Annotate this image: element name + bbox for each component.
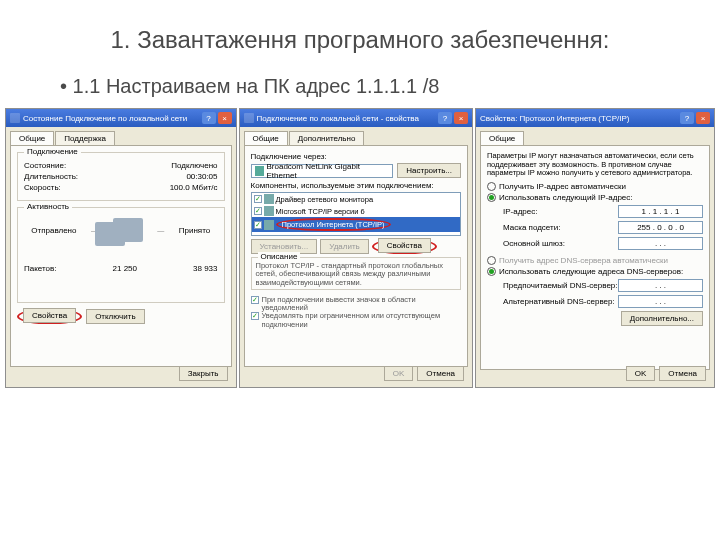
disable-button[interactable]: Отключить bbox=[86, 309, 144, 324]
item-properties-button[interactable]: Свойства bbox=[378, 238, 431, 253]
ok-button[interactable]: OK bbox=[384, 366, 414, 381]
received-label: Принято bbox=[179, 226, 210, 235]
dialog-status: Состояние Подключение по локальной сети … bbox=[5, 108, 237, 388]
packets-label: Пакетов: bbox=[24, 264, 56, 273]
titlebar[interactable]: Свойства: Протокол Интернета (TCP/IP) ? … bbox=[476, 109, 714, 127]
status-label: Состояние: bbox=[24, 161, 66, 170]
protocol-icon bbox=[264, 206, 274, 216]
ip-label: IP-адрес: bbox=[503, 207, 618, 216]
gateway-input[interactable]: . . . bbox=[618, 237, 703, 250]
list-item-selected[interactable]: ✓Протокол Интернета (TCP/IP) bbox=[252, 217, 460, 232]
protocol-icon bbox=[264, 194, 274, 204]
remove-button[interactable]: Удалить bbox=[320, 239, 369, 254]
slide-bullet: 1.1 Настраиваем на ПК адрес 1.1.1.1 /8 bbox=[60, 75, 680, 98]
radio-auto-ip-label: Получить IP-адрес автоматически bbox=[499, 182, 626, 191]
desc-title: Описание bbox=[258, 252, 301, 261]
components-list[interactable]: ✓Драйвер сетевого монитора ✓Microsoft TC… bbox=[251, 192, 461, 236]
close-icon[interactable]: × bbox=[218, 112, 232, 124]
help-icon[interactable]: ? bbox=[202, 112, 216, 124]
radio-auto-ip[interactable] bbox=[487, 182, 496, 191]
dns1-label: Предпочитаемый DNS-сервер: bbox=[503, 281, 618, 290]
tab-support[interactable]: Поддержка bbox=[55, 131, 115, 145]
checkbox-icon[interactable]: ✓ bbox=[254, 207, 262, 215]
sent-label: Отправлено bbox=[31, 226, 76, 235]
titlebar[interactable]: Состояние Подключение по локальной сети … bbox=[6, 109, 236, 127]
list-item[interactable]: ✓Microsoft TCP/IP версии 6 bbox=[252, 205, 460, 217]
speed-label: Скорость: bbox=[24, 183, 61, 192]
dns2-input[interactable]: . . . bbox=[618, 295, 703, 308]
mask-label: Маска подсети: bbox=[503, 223, 618, 232]
duration-value: 00:30:05 bbox=[186, 172, 217, 181]
recv-count: 38 933 bbox=[193, 264, 217, 273]
radio-manual-ip-label: Использовать следующий IP-адрес: bbox=[499, 193, 633, 202]
ip-input[interactable]: 1 . 1 . 1 . 1 bbox=[618, 205, 703, 218]
tab-general[interactable]: Общие bbox=[244, 131, 288, 145]
radio-manual-dns[interactable] bbox=[487, 267, 496, 276]
group-activity: Активность bbox=[24, 202, 72, 211]
close-icon[interactable]: × bbox=[696, 112, 710, 124]
dns1-input[interactable]: . . . bbox=[618, 279, 703, 292]
radio-manual-dns-label: Использовать следующие адреса DNS-сервер… bbox=[499, 267, 683, 276]
item-label: Протокол Интернета (TCP/IP) bbox=[282, 220, 385, 229]
item-label: Microsoft TCP/IP версии 6 bbox=[276, 207, 365, 216]
cancel-button[interactable]: Отмена bbox=[417, 366, 464, 381]
tab-general[interactable]: Общие bbox=[10, 131, 54, 145]
tab-extra[interactable]: Дополнительно bbox=[289, 131, 365, 145]
connection-icon bbox=[10, 113, 20, 123]
status-value: Подключено bbox=[171, 161, 217, 170]
radio-manual-ip[interactable] bbox=[487, 193, 496, 202]
advanced-button[interactable]: Дополнительно... bbox=[621, 311, 703, 326]
cancel-button[interactable]: Отмена bbox=[659, 366, 706, 381]
intro-text: Параметры IP могут назначаться автоматич… bbox=[487, 152, 703, 178]
configure-button[interactable]: Настроить... bbox=[397, 163, 461, 178]
connection-icon bbox=[244, 113, 254, 123]
title-text: Состояние Подключение по локальной сети bbox=[23, 114, 187, 123]
connect-using-label: Подключение через: bbox=[251, 152, 461, 161]
highlight-circle: Свойства bbox=[372, 239, 437, 254]
radio-auto-dns bbox=[487, 256, 496, 265]
tab-general[interactable]: Общие bbox=[480, 131, 524, 145]
group-connection: Подключение bbox=[24, 147, 81, 156]
ok-button[interactable]: OK bbox=[626, 366, 656, 381]
highlight-circle: Свойства bbox=[17, 309, 82, 324]
nic-icon bbox=[255, 166, 265, 176]
highlight-circle: Протокол Интернета (TCP/IP) bbox=[276, 218, 391, 231]
help-icon[interactable]: ? bbox=[438, 112, 452, 124]
titlebar[interactable]: Подключение по локальной сети - свойства… bbox=[240, 109, 472, 127]
gateway-label: Основной шлюз: bbox=[503, 239, 618, 248]
title-text: Свойства: Протокол Интернета (TCP/IP) bbox=[480, 114, 629, 123]
duration-label: Длительность: bbox=[24, 172, 78, 181]
mask-input[interactable]: 255 . 0 . 0 . 0 bbox=[618, 221, 703, 234]
speed-value: 100.0 Мбит/с bbox=[170, 183, 218, 192]
close-button[interactable]: Закрыть bbox=[179, 366, 228, 381]
dialog-tcpip: Свойства: Протокол Интернета (TCP/IP) ? … bbox=[475, 108, 715, 388]
desc-text: Протокол TCP/IP - стандартный протокол г… bbox=[256, 262, 456, 287]
sent-count: 21 250 bbox=[113, 264, 137, 273]
checkbox-icon[interactable]: ✓ bbox=[254, 195, 262, 203]
dash-icon: — bbox=[157, 227, 164, 234]
checkbox-icon[interactable]: ✓ bbox=[251, 296, 259, 304]
notify-checkbox-label: Уведомлять при ограниченном или отсутств… bbox=[262, 312, 461, 329]
show-icon-checkbox-label: При подключении вывести значок в области… bbox=[262, 296, 461, 313]
adapter-name: Broadcom NetLink Gigabit Ethernet bbox=[267, 162, 390, 180]
checkbox-icon[interactable]: ✓ bbox=[251, 312, 259, 320]
computers-icon bbox=[113, 218, 143, 242]
list-item[interactable]: ✓Драйвер сетевого монитора bbox=[252, 193, 460, 205]
radio-auto-dns-label: Получить адрес DNS-сервера автоматически bbox=[499, 256, 668, 265]
close-icon[interactable]: × bbox=[454, 112, 468, 124]
slide-title: 1. Завантаження програмного забезпечення… bbox=[40, 24, 680, 55]
help-icon[interactable]: ? bbox=[680, 112, 694, 124]
checkbox-icon[interactable]: ✓ bbox=[254, 221, 262, 229]
properties-button[interactable]: Свойства bbox=[23, 308, 76, 323]
dialog-properties: Подключение по локальной сети - свойства… bbox=[239, 108, 473, 388]
adapter-combo[interactable]: Broadcom NetLink Gigabit Ethernet bbox=[251, 164, 394, 178]
item-label: Драйвер сетевого монитора bbox=[276, 195, 374, 204]
title-text: Подключение по локальной сети - свойства bbox=[257, 114, 419, 123]
protocol-icon bbox=[264, 220, 274, 230]
dns2-label: Альтернативный DNS-сервер: bbox=[503, 297, 618, 306]
components-label: Компоненты, используемые этим подключени… bbox=[251, 181, 461, 190]
